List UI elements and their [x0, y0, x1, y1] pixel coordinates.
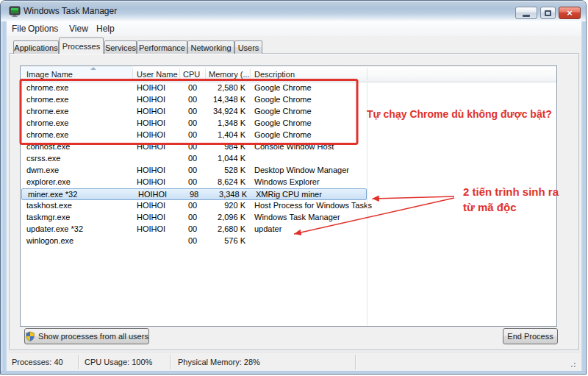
cell-description: Google Chrome	[254, 82, 312, 94]
window-border-left	[1, 21, 7, 371]
cell-cpu: 00	[188, 118, 197, 130]
cell-user-name: HOIHOI	[137, 165, 165, 177]
table-row[interactable]: updater.exe *32 HOIHOI 00 2,680 K update…	[21, 224, 556, 235]
status-separator	[78, 355, 79, 369]
cell-memory: 34,924 K	[205, 106, 245, 118]
cell-description: Windows Task Manager	[254, 212, 340, 224]
cell-user-name: HOIHOI	[137, 177, 165, 188]
cell-user-name: HOIHOI	[137, 118, 165, 130]
cell-description: Google Chrome	[254, 118, 312, 130]
title-bar[interactable]: Windows Task Manager ×	[1, 1, 587, 21]
cell-user-name: HOIHOI	[137, 94, 165, 106]
process-listview: Image Name User Name CPU Memory (... Des…	[20, 65, 557, 327]
cell-image-name: miner.exe *32	[28, 189, 77, 201]
cell-user-name: HOIHOI	[137, 106, 165, 118]
cell-cpu: 00	[188, 130, 197, 141]
table-row[interactable]: dwm.exe HOIHOI 00 528 K Desktop Window M…	[21, 165, 556, 177]
cell-cpu: 00	[188, 200, 197, 212]
cell-image-name: chrome.exe	[26, 82, 68, 94]
cell-memory: 1,404 K	[205, 130, 245, 141]
table-row[interactable]: chrome.exe HOIHOI 00 1,404 K Google Chro…	[21, 130, 556, 141]
close-icon: ×	[567, 7, 573, 18]
window-title: Windows Task Manager	[24, 6, 117, 17]
end-process-button[interactable]: End Process	[503, 328, 558, 344]
cell-user-name: HOIHOI	[137, 141, 165, 153]
process-list-body: chrome.exe HOIHOI 00 2,580 K Google Chro…	[21, 66, 556, 326]
table-row[interactable]: taskhost.exe HOIHOI 00 920 K Host Proces…	[21, 200, 556, 212]
cell-description: Console Window Host	[254, 141, 334, 153]
table-row[interactable]: chrome.exe HOIHOI 00 1,348 K Google Chro…	[21, 118, 556, 130]
cell-image-name: chrome.exe	[26, 130, 68, 141]
status-processes: Processes: 40	[12, 352, 63, 372]
cell-cpu: 00	[188, 82, 197, 94]
tab-performance[interactable]: Performance	[137, 40, 187, 54]
cell-description: Google Chrome	[254, 130, 312, 141]
cell-user-name: HOIHOI	[137, 130, 165, 141]
show-all-processes-label: Show processes from all users	[38, 332, 148, 341]
cell-cpu: 00	[188, 165, 197, 177]
cell-memory: 14,348 K	[205, 94, 245, 106]
cell-cpu: 00	[188, 153, 197, 165]
close-button[interactable]: ×	[559, 7, 581, 19]
cell-description: Host Process for Windows Tasks	[254, 200, 372, 212]
menu-bar: File Options View Help	[7, 21, 581, 36]
cell-user-name: HOIHOI	[137, 224, 165, 235]
cell-user-name: HOIHOI	[137, 212, 165, 224]
cell-cpu: 00	[188, 235, 197, 247]
tab-networking[interactable]: Networking	[187, 40, 234, 54]
cell-image-name: conhost.exe	[26, 141, 70, 153]
cell-image-name: dwm.exe	[26, 165, 59, 177]
maximize-button[interactable]	[540, 7, 556, 19]
table-row[interactable]: taskmgr.exe HOIHOI 00 2,096 K Windows Ta…	[21, 212, 556, 224]
tab-processes[interactable]: Processes	[59, 38, 104, 54]
cell-image-name: explorer.exe	[26, 177, 71, 188]
cell-user-name: HOIHOI	[137, 200, 165, 212]
cell-description: updater	[254, 224, 282, 235]
cell-image-name: taskhost.exe	[26, 200, 72, 212]
cell-image-name: updater.exe *32	[26, 224, 83, 235]
cell-memory: 1,044 K	[205, 153, 245, 165]
show-all-processes-button[interactable]: Show processes from all users	[24, 328, 149, 344]
table-row[interactable]: chrome.exe HOIHOI 00 2,580 K Google Chro…	[21, 82, 556, 94]
minimize-button[interactable]	[515, 7, 537, 19]
window-border-right	[581, 21, 587, 371]
status-bar: Processes: 40 CPU Usage: 100% Physical M…	[7, 352, 581, 371]
minimize-icon	[523, 15, 530, 17]
cell-description: XMRig CPU miner	[256, 189, 322, 201]
cell-memory: 1,348 K	[205, 118, 245, 130]
tab-applications[interactable]: Applications	[13, 40, 59, 54]
table-row[interactable]: csrss.exe 00 1,044 K	[21, 153, 556, 165]
table-row[interactable]: chrome.exe HOIHOI 00 14,348 K Google Chr…	[21, 94, 556, 106]
table-row[interactable]: explorer.exe HOIHOI 00 8,624 K Windows E…	[21, 177, 556, 188]
menu-view[interactable]: View	[67, 21, 90, 36]
table-row[interactable]: winlogon.exe 00 576 K	[21, 235, 556, 247]
cell-memory: 920 K	[205, 200, 245, 212]
status-physical-memory: Physical Memory: 28%	[178, 352, 260, 372]
cell-image-name: csrss.exe	[26, 153, 60, 165]
cell-memory: 2,096 K	[205, 212, 245, 224]
table-row[interactable]: miner.exe *32 HOIHOI 98 3,348 K XMRig CP…	[21, 188, 367, 200]
cell-description: Google Chrome	[254, 106, 312, 118]
cell-memory: 2,580 K	[205, 82, 245, 94]
task-manager-monitor-icon	[9, 6, 21, 17]
table-row[interactable]: conhost.exe HOIHOI 00 984 K Console Wind…	[21, 141, 556, 153]
table-row[interactable]: chrome.exe HOIHOI 00 34,924 K Google Chr…	[21, 106, 556, 118]
cell-memory: 8,624 K	[205, 177, 245, 188]
cell-memory: 528 K	[205, 165, 245, 177]
cell-user-name: HOIHOI	[137, 82, 165, 94]
cell-memory: 984 K	[205, 141, 245, 153]
tab-services[interactable]: Services	[104, 40, 137, 54]
cell-image-name: chrome.exe	[26, 106, 68, 118]
menu-help[interactable]: Help	[94, 21, 117, 36]
cell-cpu: 00	[188, 177, 197, 188]
menu-options[interactable]: Options	[26, 21, 60, 36]
cell-cpu: 00	[188, 106, 197, 118]
cell-cpu: 00	[188, 212, 197, 224]
cell-cpu: 98	[190, 189, 198, 201]
cell-cpu: 00	[188, 224, 197, 235]
cell-user-name: HOIHOI	[138, 189, 167, 201]
cell-description: Google Chrome	[254, 94, 312, 106]
tab-users[interactable]: Users	[234, 40, 262, 54]
status-separator	[355, 355, 356, 369]
cell-memory: 2,680 K	[205, 224, 245, 235]
